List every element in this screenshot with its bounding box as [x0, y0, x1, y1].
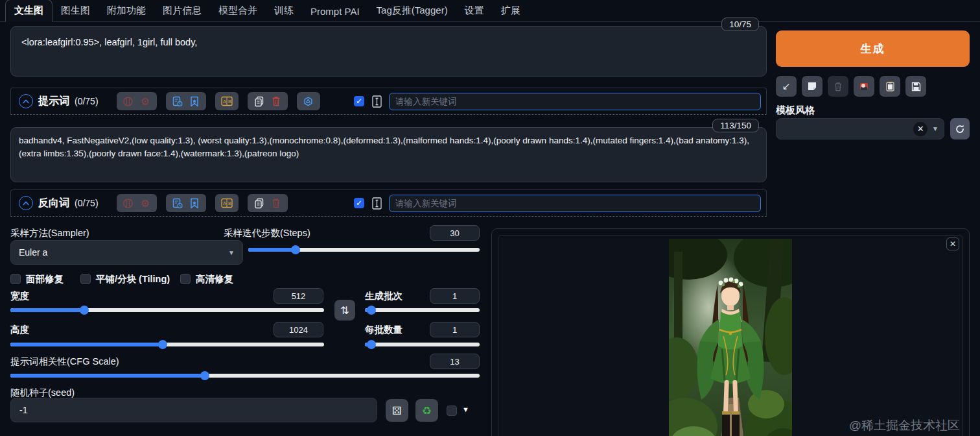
generate-button[interactable]: 生成: [776, 30, 970, 67]
svg-text:A: A: [223, 200, 226, 206]
face-restore-option[interactable]: 面部修复: [10, 273, 64, 285]
tab-checkpoint-merger[interactable]: 模型合并: [210, 0, 266, 21]
openai-icon[interactable]: [300, 93, 317, 109]
height-slider[interactable]: [10, 340, 324, 349]
width-slider[interactable]: [10, 306, 324, 315]
hires-fix-option[interactable]: 高清修复: [180, 273, 233, 285]
output-preview-panel: ✕: [491, 228, 970, 436]
corner-arrow-icon: ↙: [782, 80, 791, 92]
close-preview-icon[interactable]: ✕: [946, 237, 959, 250]
batch-count-input[interactable]: [430, 288, 480, 304]
seed-input[interactable]: [10, 398, 377, 422]
save-style-button[interactable]: [905, 76, 926, 97]
negative-keyword-row: 反向词 (0/75) ⚙ AB: [10, 189, 767, 217]
pin-button[interactable]: [854, 76, 874, 97]
tiling-option[interactable]: 平铺/分块 (Tiling): [80, 273, 170, 285]
tab-extras[interactable]: 附加功能: [99, 0, 154, 21]
collapse-negative-icon[interactable]: [19, 196, 33, 210]
batch-count-slider[interactable]: [365, 306, 480, 315]
clear-style-icon[interactable]: ✕: [913, 122, 928, 136]
tab-prompt-pai[interactable]: Prompt PAI: [302, 1, 368, 21]
height-label: 高度: [10, 324, 29, 336]
sampler-dropdown[interactable]: Euler a ▼: [10, 240, 243, 265]
height-value-input[interactable]: [274, 322, 323, 337]
negative-prompt-textarea[interactable]: badhandv4, FastNegativeV2,(low quality:1…: [10, 127, 767, 182]
tab-train[interactable]: 训练: [266, 0, 302, 21]
negative-section-label: 反向词: [38, 197, 69, 210]
template-style-label: 模板风格: [776, 104, 815, 117]
tab-tagger[interactable]: Tag反推(Tagger): [368, 0, 456, 21]
main-tabbar: 文生图 图生图 附加功能 图片信息 模型合并 训练 Prompt PAI Tag…: [0, 0, 980, 22]
reuse-seed-button[interactable]: ♻: [415, 399, 438, 422]
sampler-label: 采样方法(Sampler): [10, 227, 89, 239]
disable-keywords-icon[interactable]: [120, 93, 137, 109]
text-select-icon[interactable]: [368, 195, 385, 211]
width-value-input[interactable]: [274, 288, 323, 304]
paste-params-button[interactable]: ↙: [776, 76, 797, 97]
tab-png-info[interactable]: 图片信息: [154, 0, 210, 21]
tab-settings[interactable]: 设置: [456, 0, 493, 21]
cfg-value-input[interactable]: [430, 354, 480, 369]
new-keyword-input[interactable]: [389, 93, 761, 110]
prompt-history-icon[interactable]: [169, 93, 186, 109]
clear-prompt-trash-icon[interactable]: [268, 93, 285, 109]
svg-text:A: A: [223, 99, 226, 104]
note-icon: [807, 81, 817, 91]
keyword-settings-gear-icon[interactable]: ⚙: [137, 195, 154, 211]
keyword-settings-gear-icon[interactable]: ⚙: [137, 93, 154, 109]
generated-image[interactable]: [669, 239, 792, 436]
recycle-icon: ♻: [422, 404, 432, 417]
tab-txt2img[interactable]: 文生图: [5, 0, 52, 22]
collapse-prompt-icon[interactable]: [19, 94, 33, 108]
dice-icon: ⚄: [392, 404, 402, 417]
batch-size-input[interactable]: [430, 322, 480, 337]
batch-size-label: 每批数量: [365, 324, 402, 336]
hires-fix-checkbox[interactable]: [180, 274, 191, 284]
tab-img2img[interactable]: 图生图: [52, 0, 99, 21]
keyword-mode-checkbox[interactable]: ✓: [354, 198, 364, 208]
new-negative-keyword-input[interactable]: [389, 195, 761, 212]
disable-keywords-icon[interactable]: [120, 195, 137, 211]
clipboard-icon: [885, 81, 895, 91]
swap-dimensions-button[interactable]: ⇅: [334, 300, 355, 321]
template-style-select[interactable]: ✕ ▼: [776, 118, 944, 139]
prompt-textarea[interactable]: <lora:leafgirl:0.95>, leafgirl, 1girl, f…: [10, 26, 767, 77]
tiling-checkbox[interactable]: [80, 274, 91, 284]
seed-extra-caret-icon[interactable]: ▼: [462, 406, 469, 413]
batch-size-slider[interactable]: [365, 340, 480, 349]
watermark-text: @稀土掘金技术社区: [849, 417, 960, 434]
width-label: 宽度: [10, 290, 29, 302]
preview-canvas: [498, 235, 963, 436]
svg-text:B: B: [228, 99, 231, 104]
negative-history-icon[interactable]: [169, 195, 186, 211]
negative-section-counter: (0/75): [75, 198, 99, 208]
face-restore-checkbox[interactable]: [10, 274, 21, 284]
refresh-styles-button[interactable]: [950, 118, 970, 139]
copy-prompt-icon[interactable]: [251, 93, 268, 109]
translate-icon[interactable]: AB: [218, 93, 235, 109]
refresh-icon: [955, 124, 965, 134]
apply-styles-button[interactable]: [880, 76, 900, 97]
prompt-token-counter: 10/75: [721, 18, 759, 31]
keyword-mode-checkbox[interactable]: ✓: [354, 96, 364, 106]
negative-favorites-bookmark-icon[interactable]: [186, 195, 203, 211]
note-button[interactable]: [802, 76, 822, 97]
prompt-section-label: 提示词: [38, 95, 69, 108]
tab-extensions[interactable]: 扩展: [493, 0, 529, 21]
quick-actions: ↙: [776, 76, 926, 97]
extra-seed-checkbox[interactable]: [447, 406, 457, 416]
translate-icon[interactable]: AB: [218, 195, 235, 211]
clear-negative-trash-icon[interactable]: [268, 195, 285, 211]
clear-prompt-button[interactable]: [828, 76, 848, 97]
cfg-scale-label: 提示词相关性(CFG Scale): [10, 356, 119, 368]
text-select-icon[interactable]: [368, 93, 385, 109]
steps-value-input[interactable]: [430, 225, 480, 241]
steps-slider[interactable]: [248, 245, 480, 254]
swap-arrows-icon: ⇅: [340, 304, 349, 317]
random-seed-button[interactable]: ⚄: [386, 399, 408, 422]
prompt-favorites-bookmark-icon[interactable]: [186, 93, 203, 109]
prompt-section-counter: (0/75): [75, 96, 99, 106]
prompt-keyword-row: 提示词 (0/75) ⚙ AB: [10, 88, 767, 115]
cfg-slider[interactable]: [10, 371, 480, 380]
copy-negative-icon[interactable]: [251, 195, 268, 211]
